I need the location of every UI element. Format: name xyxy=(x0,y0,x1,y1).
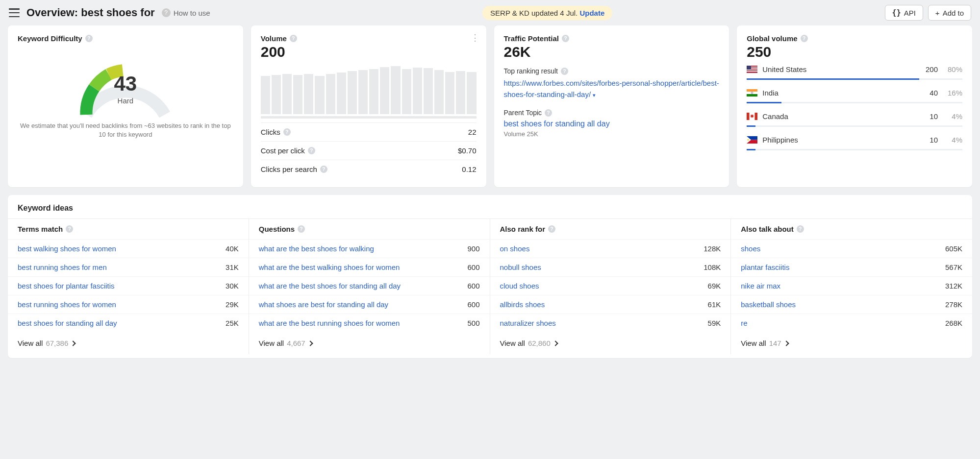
global-volume-row[interactable]: India4016% xyxy=(747,84,962,107)
idea-row[interactable]: best running shoes for women29K xyxy=(8,295,249,314)
dropdown-icon[interactable]: ▾ xyxy=(593,92,596,98)
idea-row[interactable]: re268K xyxy=(731,314,972,332)
volume-bars xyxy=(261,65,477,114)
idea-keyword[interactable]: what shoes are best for standing all day xyxy=(259,300,388,309)
idea-keyword[interactable]: best running shoes for men xyxy=(18,263,107,271)
idea-row[interactable]: best shoes for plantar fasciitis30K xyxy=(8,276,249,295)
idea-keyword[interactable]: best shoes for plantar fasciitis xyxy=(18,282,115,290)
idea-row[interactable]: nobull shoes108K xyxy=(490,258,731,276)
help-icon[interactable]: ? xyxy=(548,225,555,233)
flag-icon xyxy=(747,113,757,120)
idea-keyword[interactable]: on shoes xyxy=(500,244,530,253)
idea-row[interactable]: shoes605K xyxy=(731,239,972,258)
idea-row[interactable]: on shoes128K xyxy=(490,239,731,258)
update-link[interactable]: Update xyxy=(579,9,604,17)
idea-keyword[interactable]: what are the best shoes for standing all… xyxy=(259,282,401,290)
menu-icon[interactable] xyxy=(9,8,20,17)
idea-keyword[interactable]: what are the best walking shoes for wome… xyxy=(259,263,400,271)
volume-bar-track xyxy=(747,149,962,150)
idea-volume: 268K xyxy=(945,319,962,327)
idea-keyword[interactable]: nobull shoes xyxy=(500,263,541,271)
view-all-label: View all xyxy=(259,339,284,347)
idea-keyword[interactable]: re xyxy=(741,319,747,327)
idea-row[interactable]: best walking shoes for women40K xyxy=(8,239,249,258)
view-all-count: 147 xyxy=(769,339,781,347)
volume-bar xyxy=(282,74,292,114)
view-all-label: View all xyxy=(741,339,766,347)
help-icon[interactable]: ? xyxy=(66,225,73,233)
country-volume: 200 xyxy=(926,65,938,73)
cps-label: Clicks per search xyxy=(261,165,317,173)
top-buttons: {}API +Add to xyxy=(885,5,971,21)
help-icon[interactable]: ? xyxy=(562,35,569,42)
global-volume-row[interactable]: United States20080% xyxy=(747,60,962,84)
api-button[interactable]: {}API xyxy=(885,5,923,21)
idea-row[interactable]: what are the best running shoes for wome… xyxy=(249,314,490,332)
view-all-link[interactable]: View all 67,386 xyxy=(8,332,249,354)
how-to-use-label: How to use xyxy=(174,9,210,17)
update-pill-text: SERP & KD updated 4 Jul. xyxy=(490,9,579,17)
volume-bar xyxy=(456,71,465,114)
idea-row[interactable]: allbirds shoes61K xyxy=(490,295,731,314)
idea-keyword[interactable]: best shoes for standing all day xyxy=(18,319,117,327)
idea-keyword[interactable]: best running shoes for women xyxy=(18,300,116,309)
idea-row[interactable]: what are the best shoes for standing all… xyxy=(249,276,490,295)
idea-volume: 61K xyxy=(708,300,721,309)
idea-row[interactable]: best running shoes for men31K xyxy=(8,258,249,276)
idea-keyword[interactable]: naturalizer shoes xyxy=(500,319,556,327)
volume-bar xyxy=(369,69,378,114)
idea-row[interactable]: what are the best shoes for walking900 xyxy=(249,239,490,258)
idea-keyword[interactable]: nike air max xyxy=(741,282,780,290)
idea-row[interactable]: best shoes for standing all day25K xyxy=(8,314,249,332)
view-all-link[interactable]: View all 62,860 xyxy=(490,332,731,354)
global-volume-row[interactable]: Philippines104% xyxy=(747,131,962,154)
help-icon[interactable]: ? xyxy=(298,225,305,233)
view-all-label: View all xyxy=(500,339,525,347)
volume-bar xyxy=(337,72,346,114)
help-icon[interactable]: ? xyxy=(290,35,297,42)
volume-title: Volume xyxy=(261,34,287,43)
idea-row[interactable]: basketball shoes278K xyxy=(731,295,972,314)
idea-keyword[interactable]: basketball shoes xyxy=(741,300,796,309)
cps-row: Clicks per search? 0.12 xyxy=(261,160,477,178)
idea-row[interactable]: nike air max312K xyxy=(731,276,972,295)
help-icon[interactable]: ? xyxy=(283,128,291,136)
idea-keyword[interactable]: best walking shoes for women xyxy=(18,244,116,253)
parent-topic-link[interactable]: best shoes for standing all day xyxy=(504,120,720,128)
idea-keyword[interactable]: plantar fasciitis xyxy=(741,263,789,271)
flag-icon xyxy=(747,136,757,144)
view-all-link[interactable]: View all 147 xyxy=(731,332,972,354)
global-volume-row[interactable]: Canada104% xyxy=(747,107,962,131)
idea-keyword[interactable]: cloud shoes xyxy=(500,282,539,290)
idea-row[interactable]: cloud shoes69K xyxy=(490,276,731,295)
volume-bar xyxy=(391,66,400,114)
help-icon[interactable]: ? xyxy=(85,35,93,42)
volume-bar xyxy=(326,74,335,114)
idea-row[interactable]: what shoes are best for standing all day… xyxy=(249,295,490,314)
help-icon[interactable]: ? xyxy=(320,166,327,173)
country-volume: 10 xyxy=(930,136,938,144)
idea-row[interactable]: plantar fasciitis567K xyxy=(731,258,972,276)
help-icon[interactable]: ? xyxy=(801,35,808,42)
view-all-link[interactable]: View all 4,667 xyxy=(249,332,490,354)
kebab-icon[interactable]: ⋮ xyxy=(471,32,479,43)
idea-volume: 278K xyxy=(945,300,962,309)
idea-row[interactable]: naturalizer shoes59K xyxy=(490,314,731,332)
idea-keyword[interactable]: shoes xyxy=(741,244,760,253)
idea-row[interactable]: what are the best walking shoes for wome… xyxy=(249,258,490,276)
help-icon[interactable]: ? xyxy=(797,225,804,233)
how-to-use-link[interactable]: ? How to use xyxy=(162,8,210,17)
help-icon[interactable]: ? xyxy=(308,147,315,154)
help-icon[interactable]: ? xyxy=(545,109,552,117)
code-icon: {} xyxy=(892,8,901,17)
idea-volume: 69K xyxy=(708,282,721,290)
volume-bar xyxy=(358,70,368,114)
update-pill[interactable]: SERP & KD updated 4 Jul. Update xyxy=(482,6,612,20)
keyword-ideas-title: Keyword ideas xyxy=(8,204,972,218)
idea-keyword[interactable]: allbirds shoes xyxy=(500,300,545,309)
help-icon[interactable]: ? xyxy=(561,68,568,75)
idea-keyword[interactable]: what are the best shoes for walking xyxy=(259,244,374,253)
idea-keyword[interactable]: what are the best running shoes for wome… xyxy=(259,319,400,327)
top-result-link[interactable]: https://www.forbes.com/sites/forbes-pers… xyxy=(504,79,719,98)
add-to-button[interactable]: +Add to xyxy=(928,5,971,21)
